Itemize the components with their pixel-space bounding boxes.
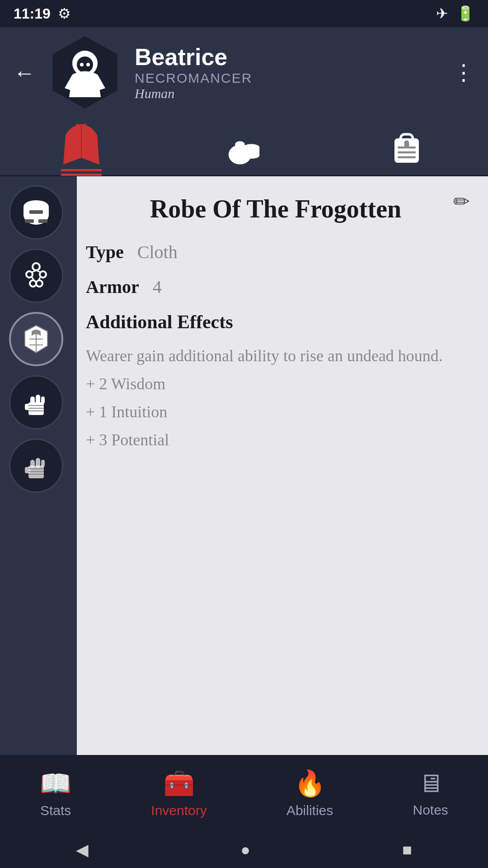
equipment-slot-helmet[interactable] (9, 185, 63, 240)
svg-rect-22 (29, 210, 43, 214)
tab-equipment-cloak[interactable] (61, 122, 102, 171)
svg-rect-14 (398, 151, 416, 153)
airplane-icon: ✈ (436, 5, 448, 22)
tab-equipment-coins[interactable] (224, 124, 264, 169)
svg-point-27 (36, 280, 42, 287)
chain-slot-icon (20, 260, 52, 292)
svg-rect-38 (41, 396, 45, 404)
notes-nav-icon: 🖥 (418, 769, 443, 798)
bottom-navigation: 📖 Stats 🧰 Inventory 🔥 Abilities 🖥 Notes (0, 755, 488, 832)
equipment-slot-right-glove[interactable] (9, 375, 63, 429)
notes-nav-label: Notes (413, 802, 448, 818)
stats-nav-icon: 📖 (40, 769, 71, 798)
left-glove-slot-icon (20, 450, 52, 481)
svg-point-3 (86, 63, 90, 66)
armor-value: 4 (153, 276, 162, 297)
svg-rect-21 (38, 219, 47, 223)
svg-point-23 (33, 263, 40, 270)
cloak-tab-icon (61, 122, 102, 167)
bonus-intuition: + 1 Intuition (86, 400, 465, 424)
battery-icon: 🔋 (456, 5, 474, 22)
equipment-slot-chain[interactable] (9, 249, 63, 303)
svg-point-2 (80, 63, 84, 66)
android-home-button[interactable]: ● (240, 840, 250, 859)
svg-rect-47 (25, 467, 30, 473)
character-avatar (49, 36, 121, 108)
type-label: Type (86, 241, 124, 263)
svg-rect-39 (25, 404, 30, 410)
item-name: Robe Of The Frogotten (86, 194, 465, 223)
abilities-nav-label: Abilities (286, 803, 333, 818)
effects-title: Additional Effects (86, 311, 465, 333)
inventory-nav-icon: 🧰 (163, 769, 195, 798)
svg-rect-16 (404, 140, 409, 147)
effects-description: Wearer gain additional ability to rise a… (86, 344, 465, 452)
android-navigation-bar: ◀ ● ■ (0, 832, 488, 868)
svg-point-24 (26, 271, 33, 278)
tab-equipment-backpack[interactable] (386, 124, 427, 169)
character-info: Beatrice NECROMANCER Human (135, 43, 453, 101)
equipment-tab-strip (0, 118, 488, 176)
bonus-wisdom: + 2 Wisdom (86, 372, 465, 396)
svg-point-25 (40, 271, 46, 278)
avatar-figure (62, 47, 108, 97)
stats-nav-label: Stats (40, 803, 71, 818)
nav-stats[interactable]: 📖 Stats (40, 769, 71, 818)
nav-notes[interactable]: 🖥 Notes (413, 769, 448, 818)
character-header: ← Beatrice NECROMANCER Human ⋮ (0, 27, 488, 118)
backpack-tab-icon (386, 124, 427, 169)
svg-rect-20 (25, 219, 34, 223)
header-menu-button[interactable]: ⋮ (453, 60, 474, 85)
svg-line-28 (32, 270, 36, 272)
item-armor-row: Armor 4 (86, 276, 465, 297)
svg-point-26 (30, 280, 36, 287)
right-glove-slot-icon (20, 387, 52, 418)
svg-rect-37 (36, 395, 40, 405)
item-detail-card: ✏ Robe Of The Frogotten Type Cloth Armor… (63, 176, 488, 755)
edit-item-button[interactable]: ✏ (453, 190, 470, 213)
svg-rect-15 (398, 156, 416, 158)
chest-slot-icon (20, 323, 52, 355)
item-type-row: Type Cloth (86, 241, 465, 263)
nav-inventory[interactable]: 🧰 Inventory (151, 769, 206, 818)
nav-abilities[interactable]: 🔥 Abilities (286, 769, 333, 818)
equipment-slot-chest[interactable] (9, 312, 63, 366)
character-class: NECROMANCER (135, 71, 453, 86)
android-back-button[interactable]: ◀ (76, 840, 89, 859)
abilities-nav-icon: 🔥 (294, 769, 326, 798)
status-time: 11:19 (14, 5, 51, 22)
svg-rect-46 (41, 460, 45, 467)
status-bar: 11:19 ⚙ ✈ 🔋 (0, 0, 488, 27)
effects-desc-text: Wearer gain additional ability to rise a… (86, 344, 465, 368)
svg-point-1 (77, 57, 93, 73)
svg-line-29 (36, 270, 40, 272)
type-value: Cloth (137, 241, 178, 263)
helmet-slot-icon (20, 197, 52, 228)
character-name: Beatrice (135, 43, 453, 71)
svg-rect-44 (30, 460, 35, 468)
armor-label: Armor (86, 276, 139, 297)
status-right: ✈ 🔋 (436, 5, 474, 22)
svg-rect-36 (30, 396, 35, 405)
svg-rect-10 (243, 147, 259, 155)
status-left: 11:19 ⚙ (14, 5, 71, 22)
character-race: Human (135, 86, 453, 101)
android-recents-button[interactable]: ■ (402, 840, 412, 859)
equipment-slot-left-glove[interactable] (9, 439, 63, 493)
svg-rect-45 (36, 458, 40, 468)
coins-tab-icon (224, 124, 264, 169)
back-button[interactable]: ← (14, 60, 35, 85)
settings-icon: ⚙ (58, 5, 71, 22)
main-content: ✏ Robe Of The Frogotten Type Cloth Armor… (0, 176, 488, 755)
bonus-potential: + 3 Potential (86, 428, 465, 452)
inventory-nav-label: Inventory (151, 803, 206, 818)
equipment-sidebar (0, 176, 77, 755)
